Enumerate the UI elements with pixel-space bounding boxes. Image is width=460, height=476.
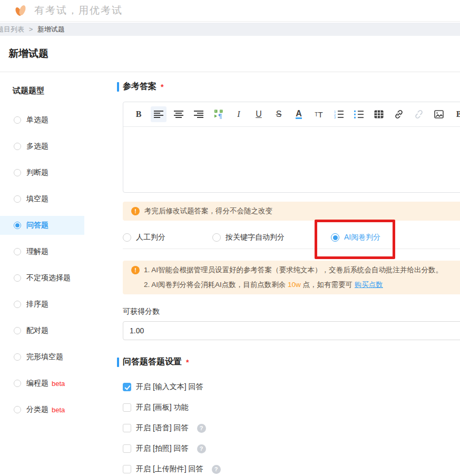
table-icon[interactable] xyxy=(371,106,387,122)
radio-label: AI阅卷判分 xyxy=(344,233,380,242)
image-icon[interactable] xyxy=(431,106,447,122)
radio-icon[interactable] xyxy=(14,248,21,255)
sidebar-item-single-choice[interactable]: 单选题 xyxy=(0,111,84,130)
editor-toolbar: B ¶ I xyxy=(123,102,460,127)
radio-icon[interactable] xyxy=(14,143,21,150)
app-header: 有考试，用优考试 xyxy=(0,0,460,22)
radio-icon[interactable] xyxy=(14,353,21,361)
radio-icon[interactable] xyxy=(14,274,21,282)
sidebar-item-multi-choice[interactable]: 多选题 xyxy=(0,137,84,156)
checkbox-icon[interactable] xyxy=(123,444,131,453)
strikethrough-icon[interactable]: S xyxy=(271,106,287,122)
radio-icon[interactable] xyxy=(14,406,21,413)
checkbox-checked-icon[interactable] xyxy=(123,383,131,391)
section-title: 参考答案 xyxy=(123,81,156,92)
radio-icon[interactable] xyxy=(14,169,21,176)
help-question-icon[interactable]: ? xyxy=(197,444,206,453)
checkbox-icon[interactable] xyxy=(123,424,131,432)
sidebar-item-classification[interactable]: 分类题 beta xyxy=(0,400,84,419)
ai-grading-info-box: ! 1. AI智能会根据管理员设置好的参考答案（要求纯文本），交卷后系统会自动批… xyxy=(123,261,460,294)
sidebar-item-label: 配对题 xyxy=(26,326,48,335)
unordered-list-icon[interactable] xyxy=(351,106,367,122)
question-type-sidebar: 试题题型 单选题 多选题 判断题 填空题 问答题 理解题 不定项选择题 xyxy=(0,72,117,427)
sidebar-item-label: 多选题 xyxy=(26,142,48,151)
rich-text-editor: B ¶ I xyxy=(123,102,460,193)
sidebar-item-essay[interactable]: 问答题 xyxy=(0,216,84,235)
radio-icon[interactable] xyxy=(212,233,221,242)
radio-icon[interactable] xyxy=(14,195,21,203)
help-question-icon[interactable]: ? xyxy=(212,465,221,474)
sidebar-item-comprehension[interactable]: 理解题 xyxy=(0,242,84,261)
ordered-list-icon[interactable]: 123 xyxy=(331,106,347,122)
reference-answer-section-header: 参考答案 * xyxy=(117,81,460,92)
font-color-icon[interactable]: A xyxy=(291,106,307,122)
sidebar-item-label: 编程题 xyxy=(26,379,48,388)
radio-icon[interactable] xyxy=(14,301,21,308)
align-center-icon[interactable] xyxy=(171,106,187,122)
radio-icon[interactable] xyxy=(14,116,21,124)
section-accent-bar xyxy=(117,82,119,92)
italic-icon[interactable]: I xyxy=(231,106,247,122)
buy-points-link[interactable]: 购买点数 xyxy=(355,281,383,289)
option-voice-answer[interactable]: 开启 [语音] 回答 ? xyxy=(123,423,460,433)
unlink-icon[interactable] xyxy=(411,106,427,122)
sidebar-item-true-false[interactable]: 判断题 xyxy=(0,163,84,182)
sidebar-item-label: 单选题 xyxy=(26,115,48,125)
grading-option-manual[interactable]: 人工判分 xyxy=(123,233,212,242)
link-icon[interactable] xyxy=(391,106,407,122)
option-photo-answer[interactable]: 开启 [拍照] 回答 ? xyxy=(123,444,460,453)
checkbox-label: 开启 [拍照] 回答 xyxy=(136,444,189,453)
grading-option-keyword[interactable]: 按关键字自动判分 xyxy=(212,233,331,242)
checkbox-label: 开启 [语音] 回答 xyxy=(136,423,189,433)
checkbox-label: 开启 [输入文本] 回答 xyxy=(136,382,203,392)
sidebar-item-matching[interactable]: 配对题 xyxy=(0,321,84,340)
ai-note-line1: 1. AI智能会根据管理员设置好的参考答案（要求纯文本），交卷后系统会自动批注并… xyxy=(131,263,460,277)
radio-icon[interactable] xyxy=(123,233,131,242)
bold-extra-icon[interactable]: B xyxy=(451,106,460,122)
sidebar-item-label: 完形填空题 xyxy=(26,352,63,362)
option-attachment-answer[interactable]: 开启 [上传附件] 回答 ? xyxy=(123,464,460,474)
align-left-icon[interactable] xyxy=(151,106,167,122)
radio-checked-icon[interactable] xyxy=(331,233,339,242)
paragraph-direction-icon[interactable]: ¶ xyxy=(211,106,227,122)
page-title-band: 新增试题 xyxy=(0,36,460,72)
sidebar-item-programming[interactable]: 编程题 beta xyxy=(0,374,84,393)
grading-method-row: 人工判分 按关键字自动判分 AI阅卷判分 xyxy=(123,226,460,249)
radio-label: 人工判分 xyxy=(136,233,165,242)
section-accent-bar xyxy=(117,358,119,367)
score-input[interactable] xyxy=(123,321,460,340)
option-text-answer[interactable]: 开启 [输入文本] 回答 xyxy=(123,382,460,392)
svg-text:3: 3 xyxy=(334,116,336,118)
sidebar-item-ordering[interactable]: 排序题 xyxy=(0,295,84,314)
radio-icon[interactable] xyxy=(14,380,21,387)
help-question-icon[interactable]: ? xyxy=(197,424,206,433)
radio-checked-icon[interactable] xyxy=(14,222,21,229)
sidebar-item-label: 不定项选择题 xyxy=(26,273,71,283)
answer-change-warning: ! 考完后修改试题答案，得分不会随之改变 xyxy=(123,202,460,221)
sidebar-item-cloze[interactable]: 完形填空题 xyxy=(0,348,84,366)
checkbox-icon[interactable] xyxy=(123,403,131,412)
grading-option-ai[interactable]: AI阅卷判分 xyxy=(331,233,380,242)
ai-note-line2: 2. AI阅卷判分将会消耗AI点数，目前点数剩余 10w 点，如有需要可 购买点… xyxy=(131,277,460,292)
answer-settings-section-header: 问答题答题设置 * xyxy=(117,356,460,368)
breadcrumb-parent-link[interactable]: 题目列表 xyxy=(0,25,24,33)
ai-note-line2-text: 2. AI阅卷判分将会消耗AI点数，目前点数剩余 xyxy=(144,281,288,289)
breadcrumb-current: 新增试题 xyxy=(37,25,65,33)
editor-content[interactable] xyxy=(123,127,460,192)
radio-icon[interactable] xyxy=(14,327,21,334)
section-title: 问答题答题设置 xyxy=(123,356,182,368)
sidebar-item-indefinite-choice[interactable]: 不定项选择题 xyxy=(0,269,84,287)
bold-icon[interactable]: B xyxy=(131,106,146,122)
underline-icon[interactable]: U xyxy=(251,106,267,122)
align-right-icon[interactable] xyxy=(191,106,207,122)
sidebar-item-fill-blank[interactable]: 填空题 xyxy=(0,190,84,209)
font-size-icon[interactable]: TT xyxy=(311,106,327,122)
score-label: 可获得分数 xyxy=(123,307,460,316)
required-asterisk: * xyxy=(186,358,189,366)
main-form-area: 参考答案 * B xyxy=(117,72,460,476)
sidebar-heading: 试题题型 xyxy=(0,86,117,96)
sidebar-item-label: 分类题 xyxy=(26,405,48,414)
option-drawing-board[interactable]: 开启 [画板] 功能 xyxy=(123,403,460,412)
warning-text: 考完后修改试题答案，得分不会随之改变 xyxy=(144,206,272,216)
checkbox-icon[interactable] xyxy=(123,465,131,473)
